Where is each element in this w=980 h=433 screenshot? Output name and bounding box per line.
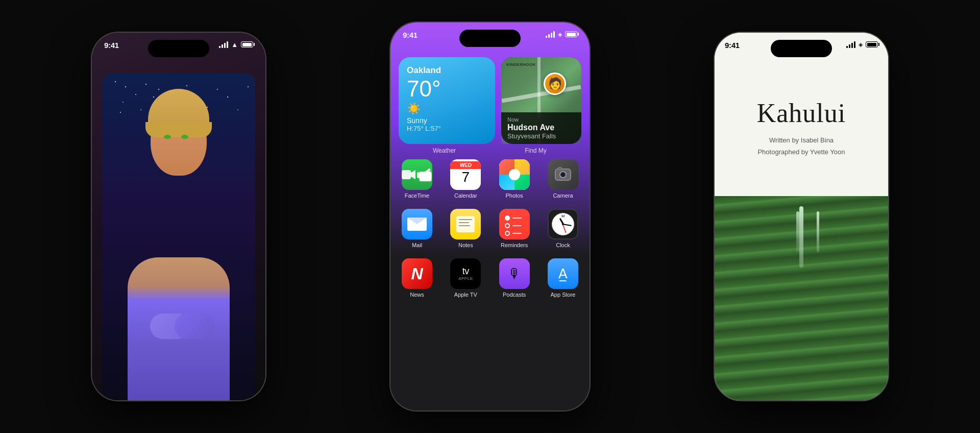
facetime-icon bbox=[402, 159, 432, 190]
app-mail[interactable]: Mail bbox=[399, 209, 435, 248]
clock-label: Clock bbox=[556, 242, 570, 248]
camera-bump bbox=[558, 167, 562, 170]
center-status-icons: ◈ bbox=[546, 31, 577, 38]
app-grid: FaceTime WED 7 Calendar bbox=[399, 159, 581, 308]
photos-label: Photos bbox=[506, 193, 523, 199]
clock-center bbox=[562, 223, 564, 225]
magazine-title: Kahului bbox=[725, 98, 878, 128]
facetime-label: FaceTime bbox=[405, 193, 430, 199]
app-podcasts[interactable]: 🎙 Podcasts bbox=[496, 258, 533, 298]
waterfall bbox=[799, 206, 803, 268]
weather-label: Weather bbox=[399, 147, 490, 154]
sun-icon: ☀️ bbox=[407, 102, 487, 115]
right-screen: 9:41 ◈ Kahului bbox=[715, 33, 888, 400]
wifi-icon: ◈ bbox=[859, 42, 863, 47]
weather-condition: Sunny bbox=[407, 116, 487, 125]
left-phone: 9:41 ▲ bbox=[92, 33, 265, 400]
reminders-label: Reminders bbox=[501, 242, 528, 248]
right-dynamic-island bbox=[771, 40, 832, 57]
findmy-street: Hudson Ave bbox=[507, 123, 575, 132]
mail-label: Mail bbox=[412, 242, 422, 248]
magazine-credit: Written by Isabel Bina Photographed by Y… bbox=[725, 134, 878, 158]
right-status-icons: ◈ bbox=[846, 41, 878, 48]
reminder-line bbox=[512, 233, 522, 234]
weather-range: H:75° L:57° bbox=[407, 125, 487, 132]
notes-label: Notes bbox=[458, 242, 473, 248]
widgets-row: Oakland 70° ☀️ Sunny H:75° L:57° KINDERH… bbox=[399, 57, 581, 144]
note-line-1 bbox=[459, 219, 472, 220]
app-calendar[interactable]: WED 7 Calendar bbox=[447, 159, 484, 199]
app-row-3: N News tv APPLE Apple TV bbox=[399, 258, 581, 298]
signal-icon bbox=[219, 41, 228, 48]
left-time: 9:41 bbox=[104, 41, 119, 50]
reminder-item-2 bbox=[505, 223, 524, 228]
app-row-2: Mail Notes bbox=[399, 209, 581, 248]
app-row-1: FaceTime WED 7 Calendar bbox=[399, 159, 581, 199]
app-reminders[interactable]: Reminders bbox=[496, 209, 533, 248]
findmy-info: Now Hudson Ave Stuyvesant Falls bbox=[501, 112, 581, 144]
wifi-icon: ◈ bbox=[558, 32, 562, 37]
envelope bbox=[407, 218, 427, 231]
calendar-label: Calendar bbox=[454, 193, 477, 199]
signal-icon bbox=[846, 41, 855, 48]
signal-icon bbox=[546, 31, 555, 38]
right-time: 9:41 bbox=[725, 41, 740, 50]
app-news[interactable]: N News bbox=[399, 258, 435, 298]
news-label: News bbox=[410, 292, 424, 298]
app-camera[interactable]: Camera bbox=[545, 159, 581, 199]
scene: 9:41 ▲ bbox=[0, 0, 980, 433]
notes-lines bbox=[456, 216, 475, 232]
app-clock[interactable]: 12 Clock bbox=[545, 209, 581, 248]
reminder-item-3 bbox=[505, 231, 524, 236]
note-line-3 bbox=[459, 225, 470, 226]
findmy-label: Find My bbox=[490, 147, 581, 154]
portrait-figure bbox=[102, 74, 255, 400]
app-appletv[interactable]: tv APPLE Apple TV bbox=[447, 258, 484, 298]
map-label: KINDERHOOK bbox=[506, 62, 536, 67]
appstore-icon: A̲ bbox=[548, 258, 578, 289]
reminder-line bbox=[512, 225, 522, 226]
podcasts-label: Podcasts bbox=[503, 292, 526, 298]
left-status-icons: ▲ bbox=[219, 41, 253, 48]
svg-rect-0 bbox=[402, 170, 411, 179]
photos-center bbox=[509, 169, 520, 180]
center-time: 9:41 bbox=[403, 31, 418, 39]
written-by: Written by Isabel Bina bbox=[769, 136, 834, 144]
reminders-inner bbox=[505, 214, 524, 234]
clock-second-hand bbox=[562, 224, 567, 233]
app-photos[interactable]: Photos bbox=[496, 159, 533, 199]
appstore-label: App Store bbox=[551, 292, 576, 298]
center-dynamic-island bbox=[459, 30, 521, 47]
app-facetime[interactable]: FaceTime bbox=[399, 159, 435, 199]
findmy-city: Stuyvesant Falls bbox=[507, 132, 575, 140]
note-line-2 bbox=[459, 222, 469, 223]
camera-lens bbox=[559, 171, 567, 178]
right-phone: 9:41 ◈ Kahului bbox=[715, 33, 888, 400]
reminder-line bbox=[512, 218, 522, 219]
user-avatar-pin: 🧑 bbox=[544, 73, 566, 95]
reminder-dot bbox=[505, 231, 510, 236]
photos-icon bbox=[499, 159, 530, 190]
widget-labels: Weather Find My bbox=[399, 147, 581, 154]
mail-icon bbox=[402, 209, 432, 239]
center-phone: 9:41 ◈ bbox=[390, 22, 590, 411]
calendar-icon: WED 7 bbox=[450, 159, 481, 190]
findmy-widget[interactable]: KINDERHOOK 🧑 Now Hudson Ave Stuyvesant F… bbox=[501, 57, 581, 144]
appletv-label: Apple TV bbox=[454, 292, 477, 298]
weather-city: Oakland bbox=[407, 65, 487, 76]
map-road bbox=[501, 85, 581, 103]
reminder-dot bbox=[505, 215, 510, 221]
camera-body bbox=[555, 169, 571, 181]
left-dynamic-island bbox=[148, 40, 209, 57]
aerial-forest-image bbox=[715, 196, 888, 400]
center-screen: 9:41 ◈ bbox=[390, 22, 590, 411]
weather-widget[interactable]: Oakland 70° ☀️ Sunny H:75° L:57° bbox=[399, 57, 495, 144]
battery-icon bbox=[866, 41, 878, 47]
notes-icon bbox=[450, 209, 481, 239]
portrait-artwork bbox=[102, 74, 255, 400]
app-appstore[interactable]: A̲ App Store bbox=[545, 258, 581, 298]
app-notes[interactable]: Notes bbox=[447, 209, 484, 248]
weather-temperature: 70° bbox=[407, 78, 487, 100]
clock-face: 12 bbox=[552, 213, 574, 235]
wifi-icon: ▲ bbox=[231, 41, 238, 48]
